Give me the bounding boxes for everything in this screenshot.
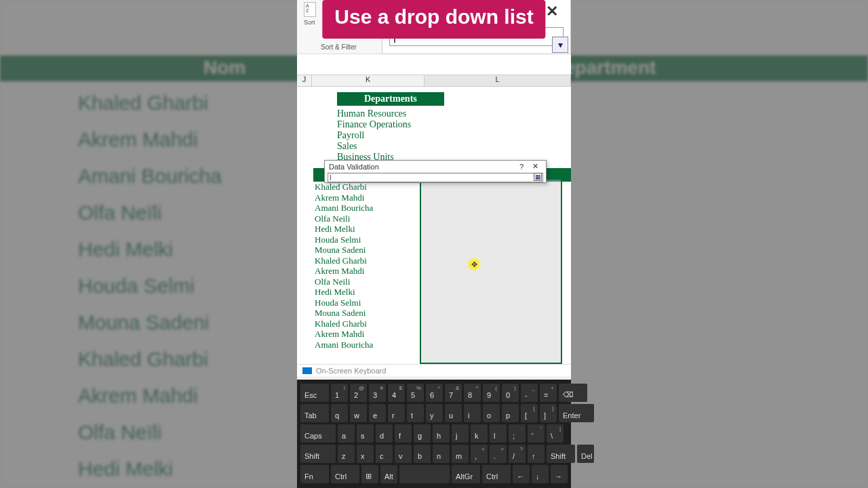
key-Ctrl[interactable]: Ctrl xyxy=(331,465,359,483)
col-j[interactable]: J xyxy=(297,75,312,86)
key-3[interactable]: 3# xyxy=(369,384,386,402)
data-validation-dialog[interactable]: Data Validation ? ✕ ▦ xyxy=(324,160,547,183)
key-6[interactable]: 6^ xyxy=(426,384,443,402)
key-n[interactable]: n xyxy=(433,445,450,463)
key--[interactable]: -_ xyxy=(521,384,538,402)
col-k[interactable]: K xyxy=(312,75,425,86)
key-0[interactable]: 0) xyxy=(502,384,519,402)
key-t[interactable]: t xyxy=(407,404,424,422)
table-row: Amani Bouricha xyxy=(315,203,571,214)
key-Ctrl[interactable]: Ctrl xyxy=(482,465,511,483)
key-o[interactable]: o xyxy=(483,404,500,422)
key-r[interactable]: r xyxy=(388,404,405,422)
sort-icon[interactable] xyxy=(304,2,316,17)
key-↓[interactable]: ↓ xyxy=(532,465,549,483)
key-f[interactable]: f xyxy=(395,424,412,443)
key-⊞[interactable]: ⊞ xyxy=(361,465,378,483)
key-i[interactable]: i xyxy=(464,404,481,422)
key-2[interactable]: 2@ xyxy=(350,384,367,402)
key-b[interactable]: b xyxy=(414,445,431,463)
name-rows: Khaled GharbiAkrem MahdiAmani BourichaOl… xyxy=(315,182,571,350)
key-;[interactable]: ;: xyxy=(509,424,526,443)
key-s[interactable]: s xyxy=(357,424,374,443)
key-9[interactable]: 9( xyxy=(483,384,500,402)
key-7[interactable]: 7& xyxy=(445,384,462,402)
department-item: Finance Operations xyxy=(337,119,571,130)
on-screen-keyboard: Esc1!2@3#4$5%6^7&8*9(0)-_=+⌫ Tabqwertyui… xyxy=(297,380,571,488)
key-Del[interactable]: Del xyxy=(577,445,594,463)
department-item: Payroll xyxy=(337,130,571,141)
key-a[interactable]: a xyxy=(338,424,355,443)
collapse-icon[interactable]: ▾ xyxy=(552,37,568,53)
key-↑[interactable]: ↑ xyxy=(528,445,545,463)
key-g[interactable]: g xyxy=(414,424,431,443)
table-row: Mouna Sadeni xyxy=(315,245,571,256)
key-d[interactable]: d xyxy=(376,424,393,443)
dv-source-input[interactable] xyxy=(328,173,543,182)
key-w[interactable]: w xyxy=(350,404,367,422)
key-Shift[interactable]: Shift xyxy=(300,445,336,463)
table-row: Akrem Mahdi xyxy=(315,329,571,340)
key-Esc[interactable]: Esc xyxy=(300,384,329,402)
worksheet-area[interactable]: Departments Human ResourcesFinance Opera… xyxy=(313,87,571,364)
key-8[interactable]: 8* xyxy=(464,384,481,402)
table-row: Olfa Neili xyxy=(315,214,571,224)
key-4[interactable]: 4$ xyxy=(388,384,405,402)
top-dialog-close-icon[interactable]: ✕ xyxy=(546,3,558,20)
key-q[interactable]: q xyxy=(331,404,348,422)
key-AltGr[interactable]: AltGr xyxy=(452,465,480,483)
key-=[interactable]: =+ xyxy=(540,384,557,402)
col-l[interactable]: L xyxy=(425,75,571,86)
table-row: Mouna Sadeni xyxy=(315,308,571,319)
osk-titlebar[interactable]: On-Screen Keyboard xyxy=(297,364,571,378)
key-,[interactable]: ,< xyxy=(471,445,488,463)
key-Shift[interactable]: Shift xyxy=(547,445,575,463)
table-row: Khaled Gharbi xyxy=(315,319,571,329)
key-Caps[interactable]: Caps xyxy=(300,424,336,443)
key-v[interactable]: v xyxy=(395,445,412,463)
key-c[interactable]: c xyxy=(376,445,393,463)
key-'[interactable]: '" xyxy=(528,424,545,443)
key-e[interactable]: e xyxy=(369,404,386,422)
key-Fn[interactable]: Fn xyxy=(300,465,329,483)
key-l[interactable]: l xyxy=(490,424,507,443)
key-5[interactable]: 5% xyxy=(407,384,424,402)
key-Alt[interactable]: Alt xyxy=(380,465,397,483)
key-h[interactable]: h xyxy=(433,424,450,443)
key-z[interactable]: z xyxy=(338,445,355,463)
table-row: Akrem Mahdi xyxy=(315,192,571,203)
key-\[interactable]: \| xyxy=(547,424,564,443)
table-row: Hedi Melki xyxy=(315,287,571,298)
dv-help-icon[interactable]: ? xyxy=(515,163,528,171)
key-backspace[interactable]: ⌫ xyxy=(559,384,587,402)
dv-titlebar: Data Validation ? ✕ xyxy=(325,161,546,173)
key-u[interactable]: u xyxy=(445,404,462,422)
key-x[interactable]: x xyxy=(357,445,374,463)
department-item: Human Resources xyxy=(337,108,571,119)
sort-label: Sort xyxy=(304,19,315,26)
key-m[interactable]: m xyxy=(452,445,469,463)
key-space[interactable] xyxy=(399,465,450,483)
key-→[interactable]: → xyxy=(551,465,568,483)
key-j[interactable]: j xyxy=(452,424,469,443)
dv-title: Data Validation xyxy=(329,163,515,171)
key-][interactable]: ]} xyxy=(540,404,557,422)
key-[[interactable]: [{ xyxy=(521,404,538,422)
key-/[interactable]: /? xyxy=(509,445,526,463)
dv-collapse-icon[interactable]: ▦ xyxy=(534,173,542,181)
key-Enter[interactable]: Enter xyxy=(559,404,594,422)
departments-header: Departments xyxy=(337,92,444,106)
department-item: Sales xyxy=(337,141,571,152)
key-p[interactable]: p xyxy=(502,404,519,422)
table-row: Houda Selmi xyxy=(315,298,571,308)
table-row: Akrem Mahdi xyxy=(315,266,571,277)
key-y[interactable]: y xyxy=(426,404,443,422)
key-k[interactable]: k xyxy=(471,424,488,443)
dv-close-icon[interactable]: ✕ xyxy=(528,162,542,171)
key-Tab[interactable]: Tab xyxy=(300,404,329,422)
osk-title: On-Screen Keyboard xyxy=(316,367,386,375)
key-←[interactable]: ← xyxy=(513,465,530,483)
table-row: Khaled Gharbi xyxy=(315,182,571,192)
key-.[interactable]: .> xyxy=(490,445,507,463)
key-1[interactable]: 1! xyxy=(331,384,348,402)
